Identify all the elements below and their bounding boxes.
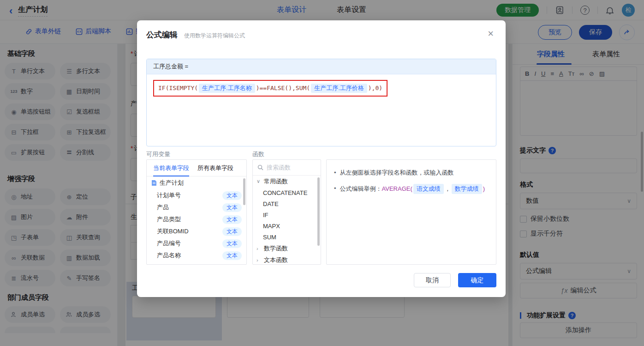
formula-edit-dialog: 公式编辑 使用数学运算符编辑公式 × 工序总金额 = IF(ISEMPTY(生产… bbox=[137, 20, 506, 297]
tips-panel: 从左侧面板选择字段名和函数，或输入函数 公式编辑举例：AVERAGE(语文成绩，… bbox=[326, 159, 496, 265]
close-icon[interactable]: × bbox=[488, 29, 494, 39]
functions-panel: ∨ 常用函数 CONCATENATE DATE IF MAPX SUM › 数学… bbox=[252, 159, 321, 265]
formula-target: 工序总金额 = bbox=[147, 59, 496, 74]
tip-line: 从左侧面板选择字段名和函数，或输入函数 bbox=[334, 168, 489, 177]
variable-row[interactable]: 关联BOMID文本 bbox=[147, 225, 246, 237]
scrollbar-thumb[interactable] bbox=[317, 177, 320, 246]
dialog-subtitle: 使用数学运算符编辑公式 bbox=[184, 32, 245, 40]
function-item[interactable]: IF bbox=[253, 209, 321, 220]
type-badge: 文本 bbox=[222, 203, 242, 212]
variables-panel: 当前表单字段 所有表单字段 生产计划 计划单号文本 产品文本 产品类型文本 关联… bbox=[146, 159, 247, 265]
field-chip[interactable]: 生产工序.工序名称 bbox=[199, 84, 255, 93]
field-chip[interactable]: 生产工序.工序价格 bbox=[311, 84, 367, 93]
tab-current-form-fields[interactable]: 当前表单字段 bbox=[153, 160, 189, 176]
type-badge: 文本 bbox=[222, 239, 242, 248]
function-item[interactable]: DATE bbox=[253, 198, 321, 209]
field-chip: 数学成绩 bbox=[452, 184, 482, 194]
formula-code: )==FALSE(),SUM( bbox=[256, 85, 310, 91]
function-search-input[interactable] bbox=[267, 164, 313, 171]
variable-row[interactable]: 计划单号文本 bbox=[147, 189, 246, 201]
function-close: ) bbox=[483, 185, 485, 192]
dialog-title: 公式编辑 bbox=[146, 30, 178, 40]
search-icon bbox=[257, 164, 263, 170]
functions-section-label: 函数 bbox=[252, 150, 264, 158]
function-item[interactable]: MAPX bbox=[253, 220, 321, 231]
tip-example-line: 公式编辑举例：AVERAGE(语文成绩，数学成绩) bbox=[334, 184, 489, 194]
formula-code: ),0) bbox=[368, 85, 382, 91]
confirm-button[interactable]: 确定 bbox=[458, 273, 496, 287]
variables-root-node[interactable]: 生产计划 bbox=[147, 176, 246, 189]
chevron-right-icon: › bbox=[256, 257, 261, 263]
formula-expression[interactable]: IF(ISEMPTY(生产工序.工序名称)==FALSE(),SUM(生产工序.… bbox=[153, 80, 388, 97]
variable-row[interactable]: 产品类型文本 bbox=[147, 213, 246, 225]
function-name: AVERAGE( bbox=[382, 185, 412, 192]
type-badge: 文本 bbox=[222, 215, 242, 224]
chevron-right-icon: › bbox=[256, 246, 261, 251]
type-badge: 文本 bbox=[222, 251, 242, 260]
chevron-down-icon: ∨ bbox=[256, 178, 261, 184]
variables-section-label: 可用变量 bbox=[146, 150, 170, 158]
comma: ， bbox=[445, 185, 451, 192]
variable-row[interactable]: 产品文本 bbox=[147, 201, 246, 213]
form-doc-icon bbox=[151, 180, 157, 186]
function-item[interactable]: SUM bbox=[253, 231, 321, 243]
type-badge: 文本 bbox=[222, 191, 242, 200]
variable-row[interactable]: 产品编号文本 bbox=[147, 237, 246, 249]
tab-all-form-fields[interactable]: 所有表单字段 bbox=[197, 164, 233, 172]
function-item[interactable]: CONCATENATE bbox=[253, 187, 321, 198]
example-prefix: 公式编辑举例： bbox=[340, 185, 382, 192]
formula-editor[interactable]: 工序总金额 = IF(ISEMPTY(生产工序.工序名称)==FALSE(),S… bbox=[146, 59, 496, 146]
field-chip: 语文成绩 bbox=[413, 184, 444, 194]
function-group-text[interactable]: › 文本函数 bbox=[253, 254, 321, 265]
cancel-button[interactable]: 取消 bbox=[414, 273, 451, 287]
variable-row[interactable]: 产品名称文本 bbox=[147, 249, 246, 261]
scrollbar-thumb[interactable] bbox=[243, 178, 245, 205]
type-badge: 文本 bbox=[222, 227, 242, 236]
formula-code: IF(ISEMPTY( bbox=[158, 85, 198, 91]
function-group-math[interactable]: › 数学函数 bbox=[253, 243, 321, 254]
function-group-common[interactable]: ∨ 常用函数 bbox=[253, 176, 321, 187]
